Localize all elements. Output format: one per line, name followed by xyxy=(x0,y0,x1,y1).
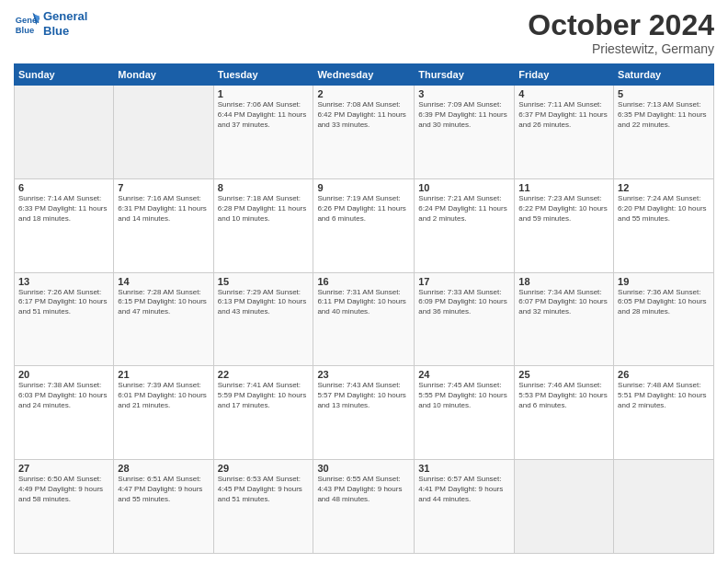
col-saturday: Saturday xyxy=(614,64,714,86)
cell-w3-d6: 26Sunrise: 7:48 AM Sunset: 5:51 PM Dayli… xyxy=(614,366,714,460)
cell-w4-d0: 27Sunrise: 6:50 AM Sunset: 4:49 PM Dayli… xyxy=(15,460,114,554)
day-number: 14 xyxy=(118,276,209,287)
cell-w2-d1: 14Sunrise: 7:28 AM Sunset: 6:15 PM Dayli… xyxy=(114,272,213,366)
cell-w4-d6 xyxy=(614,460,714,554)
day-number: 17 xyxy=(418,276,510,287)
day-info: Sunrise: 7:09 AM Sunset: 6:39 PM Dayligh… xyxy=(418,100,510,130)
cell-w4-d3: 30Sunrise: 6:55 AM Sunset: 4:43 PM Dayli… xyxy=(313,460,415,554)
cell-w3-d2: 22Sunrise: 7:41 AM Sunset: 5:59 PM Dayli… xyxy=(213,366,313,460)
calendar-body: 1Sunrise: 7:06 AM Sunset: 6:44 PM Daylig… xyxy=(15,86,714,554)
cell-w3-d5: 25Sunrise: 7:46 AM Sunset: 5:53 PM Dayli… xyxy=(515,366,614,460)
cell-w1-d5: 11Sunrise: 7:23 AM Sunset: 6:22 PM Dayli… xyxy=(515,178,614,272)
logo: General Blue General Blue xyxy=(14,9,87,38)
cell-w0-d0 xyxy=(15,86,114,179)
week-row-3: 20Sunrise: 7:38 AM Sunset: 6:03 PM Dayli… xyxy=(15,366,714,460)
day-number: 8 xyxy=(218,182,310,193)
cell-w2-d6: 19Sunrise: 7:36 AM Sunset: 6:05 PM Dayli… xyxy=(614,272,714,366)
day-info: Sunrise: 7:24 AM Sunset: 6:20 PM Dayligh… xyxy=(618,194,710,224)
cell-w0-d5: 4Sunrise: 7:11 AM Sunset: 6:37 PM Daylig… xyxy=(515,86,614,179)
day-info: Sunrise: 7:34 AM Sunset: 6:07 PM Dayligh… xyxy=(518,288,609,317)
day-info: Sunrise: 7:33 AM Sunset: 6:09 PM Dayligh… xyxy=(418,288,510,317)
day-info: Sunrise: 7:13 AM Sunset: 6:35 PM Dayligh… xyxy=(618,100,710,130)
day-number: 23 xyxy=(317,369,410,380)
day-info: Sunrise: 7:28 AM Sunset: 6:15 PM Dayligh… xyxy=(118,288,209,317)
cell-w2-d0: 13Sunrise: 7:26 AM Sunset: 6:17 PM Dayli… xyxy=(15,272,114,366)
cell-w4-d5 xyxy=(515,460,614,554)
day-info: Sunrise: 7:23 AM Sunset: 6:22 PM Dayligh… xyxy=(518,194,609,224)
logo-line1: General xyxy=(43,9,87,24)
cell-w1-d1: 7Sunrise: 7:16 AM Sunset: 6:31 PM Daylig… xyxy=(114,178,213,272)
cell-w3-d4: 24Sunrise: 7:45 AM Sunset: 5:55 PM Dayli… xyxy=(415,366,515,460)
day-number: 7 xyxy=(118,182,209,193)
cell-w4-d2: 29Sunrise: 6:53 AM Sunset: 4:45 PM Dayli… xyxy=(213,460,313,554)
day-number: 3 xyxy=(418,88,510,99)
day-info: Sunrise: 7:43 AM Sunset: 5:57 PM Dayligh… xyxy=(317,381,410,410)
day-number: 11 xyxy=(518,182,609,193)
day-info: Sunrise: 7:29 AM Sunset: 6:13 PM Dayligh… xyxy=(218,288,310,317)
cell-w1-d4: 10Sunrise: 7:21 AM Sunset: 6:24 PM Dayli… xyxy=(415,178,515,272)
day-number: 20 xyxy=(18,369,109,380)
cell-w1-d2: 8Sunrise: 7:18 AM Sunset: 6:28 PM Daylig… xyxy=(213,178,313,272)
day-number: 18 xyxy=(518,276,609,287)
page: General Blue General Blue October 2024 P… xyxy=(0,0,728,563)
day-number: 27 xyxy=(18,463,109,474)
cell-w3-d1: 21Sunrise: 7:39 AM Sunset: 6:01 PM Dayli… xyxy=(114,366,213,460)
header: General Blue General Blue October 2024 P… xyxy=(14,9,714,56)
day-number: 28 xyxy=(118,463,209,474)
cell-w2-d4: 17Sunrise: 7:33 AM Sunset: 6:09 PM Dayli… xyxy=(415,272,515,366)
day-info: Sunrise: 7:16 AM Sunset: 6:31 PM Dayligh… xyxy=(118,194,209,224)
week-row-1: 6Sunrise: 7:14 AM Sunset: 6:33 PM Daylig… xyxy=(15,178,714,272)
day-info: Sunrise: 7:41 AM Sunset: 5:59 PM Dayligh… xyxy=(218,381,310,410)
cell-w1-d0: 6Sunrise: 7:14 AM Sunset: 6:33 PM Daylig… xyxy=(15,178,114,272)
day-number: 16 xyxy=(317,276,410,287)
col-wednesday: Wednesday xyxy=(313,64,415,86)
day-number: 25 xyxy=(518,369,609,380)
day-number: 21 xyxy=(118,369,209,380)
day-number: 30 xyxy=(317,463,410,474)
cell-w1-d3: 9Sunrise: 7:19 AM Sunset: 6:26 PM Daylig… xyxy=(313,178,415,272)
day-info: Sunrise: 7:19 AM Sunset: 6:26 PM Dayligh… xyxy=(317,194,410,224)
calendar-table: Sunday Monday Tuesday Wednesday Thursday… xyxy=(14,63,714,554)
location: Priestewitz, Germany xyxy=(528,41,714,56)
cell-w1-d6: 12Sunrise: 7:24 AM Sunset: 6:20 PM Dayli… xyxy=(614,178,714,272)
week-row-0: 1Sunrise: 7:06 AM Sunset: 6:44 PM Daylig… xyxy=(15,86,714,179)
week-row-4: 27Sunrise: 6:50 AM Sunset: 4:49 PM Dayli… xyxy=(15,460,714,554)
day-number: 13 xyxy=(18,276,109,287)
day-number: 15 xyxy=(218,276,310,287)
col-thursday: Thursday xyxy=(415,64,515,86)
day-number: 6 xyxy=(18,182,109,193)
cell-w3-d0: 20Sunrise: 7:38 AM Sunset: 6:03 PM Dayli… xyxy=(15,366,114,460)
day-info: Sunrise: 6:50 AM Sunset: 4:49 PM Dayligh… xyxy=(18,475,109,504)
day-info: Sunrise: 6:57 AM Sunset: 4:41 PM Dayligh… xyxy=(418,475,510,504)
day-number: 26 xyxy=(618,369,710,380)
cell-w0-d1 xyxy=(114,86,213,179)
day-info: Sunrise: 6:53 AM Sunset: 4:45 PM Dayligh… xyxy=(218,475,310,504)
col-sunday: Sunday xyxy=(15,64,114,86)
day-number: 31 xyxy=(418,463,510,474)
day-info: Sunrise: 7:31 AM Sunset: 6:11 PM Dayligh… xyxy=(317,288,410,317)
day-number: 19 xyxy=(618,276,710,287)
cell-w0-d2: 1Sunrise: 7:06 AM Sunset: 6:44 PM Daylig… xyxy=(213,86,313,179)
day-info: Sunrise: 7:39 AM Sunset: 6:01 PM Dayligh… xyxy=(118,381,209,410)
cell-w0-d3: 2Sunrise: 7:08 AM Sunset: 6:42 PM Daylig… xyxy=(313,86,415,179)
week-row-2: 13Sunrise: 7:26 AM Sunset: 6:17 PM Dayli… xyxy=(15,272,714,366)
day-number: 24 xyxy=(418,369,510,380)
day-number: 2 xyxy=(317,88,410,99)
day-info: Sunrise: 7:14 AM Sunset: 6:33 PM Dayligh… xyxy=(18,194,109,224)
logo-icon: General Blue xyxy=(14,11,40,37)
day-number: 22 xyxy=(218,369,310,380)
day-number: 10 xyxy=(418,182,510,193)
cell-w0-d4: 3Sunrise: 7:09 AM Sunset: 6:39 PM Daylig… xyxy=(415,86,515,179)
title-block: October 2024 Priestewitz, Germany xyxy=(528,9,714,56)
cell-w0-d6: 5Sunrise: 7:13 AM Sunset: 6:35 PM Daylig… xyxy=(614,86,714,179)
day-info: Sunrise: 7:21 AM Sunset: 6:24 PM Dayligh… xyxy=(418,194,510,224)
cell-w2-d2: 15Sunrise: 7:29 AM Sunset: 6:13 PM Dayli… xyxy=(213,272,313,366)
day-info: Sunrise: 7:36 AM Sunset: 6:05 PM Dayligh… xyxy=(618,288,710,317)
day-number: 4 xyxy=(518,88,609,99)
day-info: Sunrise: 7:18 AM Sunset: 6:28 PM Dayligh… xyxy=(218,194,310,224)
day-number: 12 xyxy=(618,182,710,193)
col-tuesday: Tuesday xyxy=(213,64,313,86)
svg-text:Blue: Blue xyxy=(16,26,34,35)
day-info: Sunrise: 7:11 AM Sunset: 6:37 PM Dayligh… xyxy=(518,100,609,130)
header-row: Sunday Monday Tuesday Wednesday Thursday… xyxy=(15,64,714,86)
